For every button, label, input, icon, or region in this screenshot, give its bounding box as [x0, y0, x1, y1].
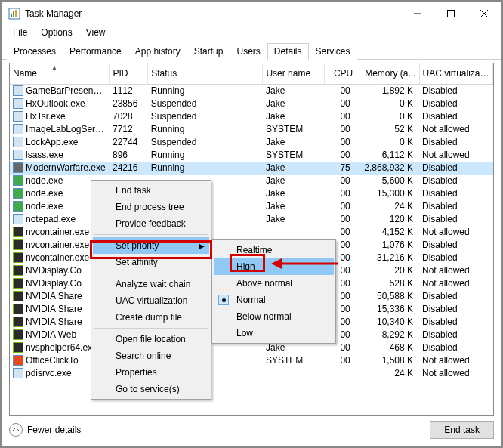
fewer-details-label: Fewer details: [27, 425, 81, 435]
table-row[interactable]: LockApp.exe22744SuspendedJake000 KDisabl…: [10, 136, 493, 149]
close-button[interactable]: [468, 2, 501, 25]
ctx-go-to-service-s-[interactable]: Go to service(s): [93, 381, 209, 397]
tab-strip: ProcessesPerformanceApp historyStartupUs…: [2, 40, 501, 60]
col-uac-virtualizat-[interactable]: UAC virtualizat...: [419, 63, 492, 84]
priority-normal[interactable]: Normal: [214, 292, 334, 308]
priority-submenu: RealtimeHighAbove normalNormalBelow norm…: [211, 239, 336, 344]
menubar: FileOptionsView: [2, 25, 501, 40]
ctx-create-dump-file[interactable]: Create dump file: [93, 309, 209, 326]
table-row[interactable]: OfficeClickToSYSTEM001,508 KNot allowed: [10, 354, 493, 367]
tab-startup[interactable]: Startup: [187, 43, 230, 60]
priority-below-normal[interactable]: Below normal: [214, 308, 334, 325]
submenu-arrow-icon: ▶: [199, 242, 205, 250]
table-row[interactable]: pdisrvc.exe8028Running24 KNot allowed: [10, 367, 493, 380]
col-status[interactable]: Status: [148, 63, 263, 84]
menu-separator: [94, 234, 208, 235]
table-row[interactable]: lsass.exe896RunningSYSTEM006,112 KNot al…: [10, 149, 493, 162]
window-controls: [401, 2, 501, 25]
task-manager-window: Task Manager FileOptionsView ProcessesPe…: [2, 2, 501, 446]
table-row[interactable]: node.exeJake005,600 KDisabled: [10, 175, 493, 187]
context-menu: End taskEnd process treeProvide feedback…: [91, 180, 211, 400]
ctx-uac-virtualization[interactable]: UAC virtualization: [93, 292, 209, 309]
tab-processes[interactable]: Processes: [7, 43, 63, 60]
svg-rect-3: [15, 10, 17, 17]
col-memory-a-[interactable]: Memory (a...: [356, 63, 419, 84]
ctx-end-process-tree[interactable]: End process tree: [93, 199, 209, 215]
app-icon: [8, 8, 20, 20]
menu-separator: [94, 273, 208, 273]
chevron-up-icon: [9, 423, 23, 437]
ctx-analyze-wait-chain[interactable]: Analyze wait chain: [93, 276, 209, 292]
sort-asc-icon: ▲: [51, 63, 58, 72]
ctx-search-online[interactable]: Search online: [93, 348, 209, 364]
priority-realtime[interactable]: Realtime: [214, 242, 334, 258]
maximize-button[interactable]: [434, 2, 468, 25]
col-name[interactable]: Name▲: [10, 63, 110, 84]
tab-details[interactable]: Details: [267, 43, 309, 60]
svg-rect-2: [13, 11, 14, 17]
menu-file[interactable]: File: [7, 26, 33, 39]
priority-above-normal[interactable]: Above normal: [214, 275, 334, 292]
priority-low[interactable]: Low: [214, 325, 334, 341]
table-row[interactable]: notepad.exeJake00120 KDisabled: [10, 213, 493, 226]
ctx-properties[interactable]: Properties: [93, 364, 209, 381]
ctx-set-priority[interactable]: Set priority▶: [93, 237, 209, 254]
end-task-button[interactable]: End task: [430, 421, 494, 439]
col-user-name[interactable]: User name: [263, 63, 324, 84]
ctx-open-file-location[interactable]: Open file location: [93, 331, 209, 348]
menu-options[interactable]: Options: [35, 26, 78, 39]
table-row[interactable]: HxOutlook.exe23856SuspendedJake000 KDisa…: [10, 97, 493, 110]
minimize-button[interactable]: [401, 2, 434, 25]
tab-services[interactable]: Services: [309, 43, 357, 60]
tab-performance[interactable]: Performance: [63, 43, 128, 60]
titlebar: Task Manager: [2, 2, 501, 25]
table-row[interactable]: GameBarPresenceWr...1112RunningJake001,8…: [10, 84, 493, 97]
table-row[interactable]: nvcontainer.exe004,152 KNot allowed: [10, 226, 493, 239]
table-row[interactable]: ModernWarfare.exe24216RunningJake752,868…: [10, 162, 493, 175]
tab-users[interactable]: Users: [230, 43, 267, 60]
menu-separator: [94, 328, 208, 329]
menu-view[interactable]: View: [80, 26, 112, 39]
table-header-row: Name▲PIDStatusUser nameCPUMemory (a...UA…: [10, 63, 493, 84]
col-pid[interactable]: PID: [110, 63, 148, 84]
col-cpu[interactable]: CPU: [324, 63, 356, 84]
check-icon: [218, 295, 229, 305]
footer: Fewer details End task: [9, 419, 494, 440]
svg-rect-1: [11, 14, 12, 17]
ctx-provide-feedback[interactable]: Provide feedback: [93, 215, 209, 232]
ctx-set-affinity[interactable]: Set affinity: [93, 254, 209, 270]
window-title: Task Manager: [25, 8, 401, 19]
ctx-end-task[interactable]: End task: [93, 182, 209, 199]
table-row[interactable]: node.exeJake0024 KDisabled: [10, 200, 493, 213]
tab-app-history[interactable]: App history: [128, 43, 187, 60]
table-row[interactable]: node.exeJake0015,300 KDisabled: [10, 187, 493, 200]
priority-high[interactable]: High: [214, 258, 334, 275]
table-row[interactable]: HxTsr.exe7028SuspendedJake000 KDisabled: [10, 110, 493, 123]
table-row[interactable]: ImageLabLogService...7712RunningSYSTEM00…: [10, 123, 493, 136]
fewer-details-button[interactable]: Fewer details: [9, 423, 81, 437]
svg-rect-5: [448, 11, 455, 17]
